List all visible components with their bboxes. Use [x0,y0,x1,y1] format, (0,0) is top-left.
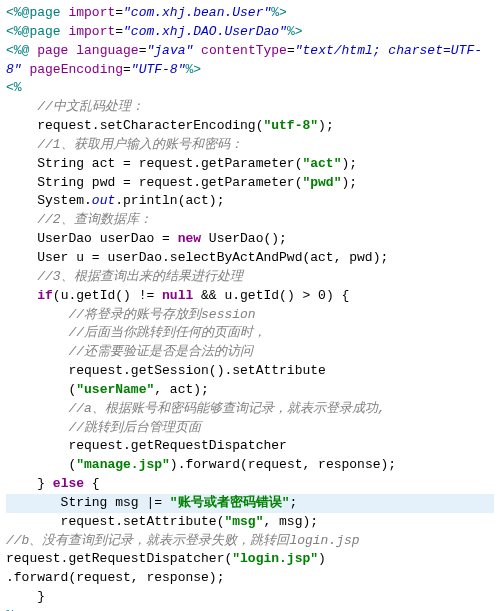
code-line: //将登录的账号存放到session [6,306,494,325]
code-token: //后面当你跳转到任何的页面时， [68,325,266,340]
code-line: System.out.println(act); [6,192,494,211]
code-token: //跳转到后台管理页面 [68,420,201,435]
code-token: } [6,589,45,604]
code-token: %> [271,5,287,20]
code-token [6,401,68,416]
code-line: request.getRequestDispatcher("login.jsp"… [6,550,494,569]
code-token: (u.getId() != [53,288,162,303]
code-token: out [92,193,115,208]
code-token: "pwd" [302,175,341,190]
code-token: import [68,24,115,39]
code-line: //2、查询数据库： [6,211,494,230]
code-token [6,420,68,435]
code-line: %> [6,607,494,611]
code-token: <%@page [6,24,61,39]
code-token: request.getRequestDispatcher( [6,551,232,566]
code-token: System. [6,193,92,208]
code-token [193,43,201,58]
code-token: = [123,62,131,77]
code-token: new [178,231,201,246]
code-token: contentType [201,43,287,58]
code-token: ); [318,118,334,133]
code-line: //3、根据查询出来的结果进行处理 [6,268,494,287]
code-token: pageEncoding [29,62,123,77]
code-line: ("manage.jsp").forward(request, response… [6,456,494,475]
code-line: //1、获取用户输入的账号和密码： [6,136,494,155]
code-token: "msg" [224,514,263,529]
code-token: "userName" [76,382,154,397]
code-token: //1、获取用户输入的账号和密码： [37,137,242,152]
code-token: = [287,43,295,58]
code-token: //b、没有查询到记录，就表示登录失败，跳转回login.jsp [6,533,360,548]
code-token: String pwd = request.getParameter( [6,175,302,190]
code-token: //还需要验证是否是合法的访问 [68,344,253,359]
code-token [6,137,37,152]
code-token: = [115,5,123,20]
code-token: UserDao(); [201,231,287,246]
code-line: if(u.getId() != null && u.getId() > 0) { [6,287,494,306]
code-token [6,325,68,340]
code-block: <%@page import="com.xhj.bean.User"%><%@p… [6,4,494,611]
code-token: <%@ [6,43,29,58]
code-token: ).forward(request, response); [170,457,396,472]
code-token: ) { [326,288,349,303]
code-token: } [6,476,53,491]
code-token: UserDao userDao = [6,231,178,246]
code-line: //中文乱码处理： [6,98,494,117]
code-token: request.getSession().setAttribute [6,363,326,378]
code-line: } [6,588,494,607]
code-token: request.setCharacterEncoding( [6,118,263,133]
code-line: .forward(request, response); [6,569,494,588]
code-token: .forward(request, response); [6,570,224,585]
code-line: <%@page import="com.xhj.DAO.UserDao"%> [6,23,494,42]
code-token: && u.getId() > [193,288,318,303]
code-token [6,307,68,322]
code-line: String msg |= "账号或者密码错误"; [6,494,494,513]
code-token: ); [341,156,357,171]
code-token: "login.jsp" [232,551,318,566]
code-line: } else { [6,475,494,494]
code-token: ( [6,457,76,472]
code-token: ; [289,495,297,510]
code-token [6,212,37,227]
code-token: if [37,288,53,303]
code-token [6,99,37,114]
code-token: , msg); [263,514,318,529]
code-token: "utf-8" [263,118,318,133]
code-line: //a、根据账号和密码能够查询记录，就表示登录成功, [6,400,494,419]
code-token [6,344,68,359]
code-token: //a、根据账号和密码能够查询记录，就表示登录成功, [68,401,385,416]
code-token: else [53,476,84,491]
code-token: //3、根据查询出来的结果进行处理 [37,269,242,284]
code-token: { [84,476,100,491]
code-line: <%@page import="com.xhj.bean.User"%> [6,4,494,23]
code-token: ); [341,175,357,190]
code-token: "UTF-8" [131,62,186,77]
code-token: <% [6,80,22,95]
code-token: "act" [302,156,341,171]
code-line: UserDao userDao = new UserDao(); [6,230,494,249]
code-token: "java" [146,43,193,58]
code-line: String act = request.getParameter("act")… [6,155,494,174]
code-token: page [37,43,68,58]
code-line: request.getRequestDispatcher [6,437,494,456]
code-token: "com.xhj.DAO.UserDao" [123,24,287,39]
code-token: .println(act); [115,193,224,208]
code-token: %> [287,24,303,39]
code-line: //b、没有查询到记录，就表示登录失败，跳转回login.jsp [6,532,494,551]
code-line: request.getSession().setAttribute [6,362,494,381]
code-line: request.setAttribute("msg", msg); [6,513,494,532]
code-token: String act = request.getParameter( [6,156,302,171]
code-token: request.getRequestDispatcher [6,438,287,453]
code-token [6,269,37,284]
code-line: User u = userDao.selectByActAndPwd(act, … [6,249,494,268]
code-token: = [115,24,123,39]
code-token: User u = userDao.selectByActAndPwd(act, … [6,250,388,265]
code-line: <% [6,79,494,98]
code-line: //后面当你跳转到任何的页面时， [6,324,494,343]
code-token: //2、查询数据库： [37,212,151,227]
code-token: 0 [318,288,326,303]
code-token: "manage.jsp" [76,457,170,472]
code-token: ) [318,551,326,566]
code-token: import [68,5,115,20]
